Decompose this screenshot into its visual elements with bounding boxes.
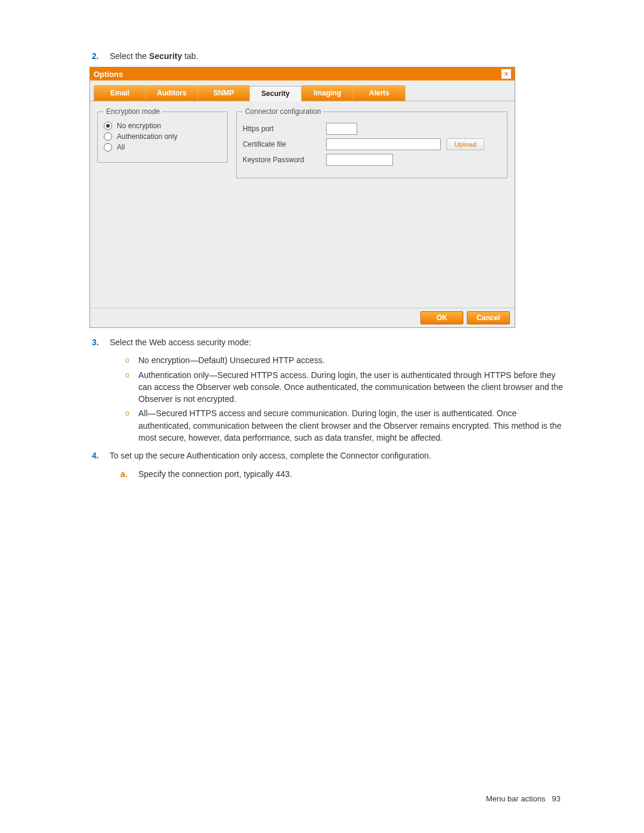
tab-auditors[interactable]: Auditors (145, 85, 198, 101)
connector-legend: Connector configuration (243, 107, 323, 116)
keystore-label: Keystore Password (243, 156, 320, 164)
radio-auth-only[interactable] (104, 132, 112, 141)
step-4a: a. Specify the connection port, typicall… (120, 468, 566, 480)
https-port-label: Https port (243, 125, 320, 133)
cancel-button[interactable]: Cancel (467, 311, 510, 324)
keystore-input[interactable] (326, 154, 393, 166)
radio-no-encryption-label: No encryption (117, 122, 161, 130)
step-2: 2. Select the Security tab. (92, 51, 566, 61)
radio-all-label: All (117, 143, 125, 151)
step-3: 3. Select the Web access security mode: (92, 336, 566, 348)
bullet-icon: o (125, 355, 132, 366)
bullet-2: Authentication only—Secured HTTPS access… (138, 369, 566, 405)
dialog-titlebar: Options x (90, 67, 515, 80)
cert-file-label: Certificate file (243, 140, 320, 148)
step-4: 4. To set up the secure Authentication o… (92, 450, 566, 462)
radio-no-encryption[interactable] (104, 122, 112, 130)
tab-email[interactable]: Email (94, 85, 146, 101)
step-4a-letter: a. (120, 468, 132, 480)
tab-snmp[interactable]: SNMP (197, 85, 250, 101)
dialog-body: Encryption mode No encryption Authentica… (90, 101, 515, 308)
step-2-bold: Security (149, 51, 182, 61)
radio-all[interactable] (104, 143, 112, 151)
upload-button[interactable]: Upload (447, 138, 484, 150)
radio-all-row[interactable]: All (104, 143, 221, 151)
step-2-text-prefix: Select the (110, 51, 149, 61)
dialog-footer: OK Cancel (90, 308, 515, 327)
bullet-icon: o (125, 370, 132, 405)
ok-button[interactable]: OK (420, 311, 463, 324)
step-3-text: Select the Web access security mode: (110, 337, 251, 347)
step-3-bullets: oNo encryption—Default) Unsecured HTTP a… (125, 354, 566, 444)
step-4-number: 4. (92, 450, 107, 462)
radio-auth-only-row[interactable]: Authentication only (104, 132, 221, 141)
tab-imaging[interactable]: Imaging (301, 85, 354, 101)
radio-no-encryption-row[interactable]: No encryption (104, 122, 221, 130)
dialog-title: Options (94, 70, 123, 79)
step-4a-text: Specify the connection port, typically 4… (138, 468, 292, 480)
tab-strip: Email Auditors SNMP Security Imaging Ale… (90, 80, 515, 101)
step-4-text: To set up the secure Authentication only… (110, 451, 431, 460)
tab-alerts[interactable]: Alerts (353, 85, 405, 101)
options-dialog: Options x Email Auditors SNMP Security I… (89, 67, 515, 328)
tab-security[interactable]: Security (249, 86, 302, 101)
encryption-mode-fieldset: Encryption mode No encryption Authentica… (97, 107, 228, 163)
close-icon[interactable]: x (501, 69, 511, 79)
cert-file-input[interactable] (326, 138, 441, 150)
connector-config-fieldset: Connector configuration Https port Certi… (236, 107, 507, 178)
bullet-3: All—Secured HTTPS access and secure comm… (138, 407, 566, 444)
https-port-input[interactable] (326, 123, 357, 135)
bullet-icon: o (125, 408, 132, 444)
step-2-number: 2. (92, 51, 107, 61)
radio-auth-only-label: Authentication only (117, 132, 177, 141)
encryption-legend: Encryption mode (104, 107, 162, 116)
step-3-number: 3. (92, 336, 107, 348)
step-2-text-suffix: tab. (182, 51, 198, 61)
bullet-1: No encryption—Default) Unsecured HTTP ac… (138, 354, 325, 366)
